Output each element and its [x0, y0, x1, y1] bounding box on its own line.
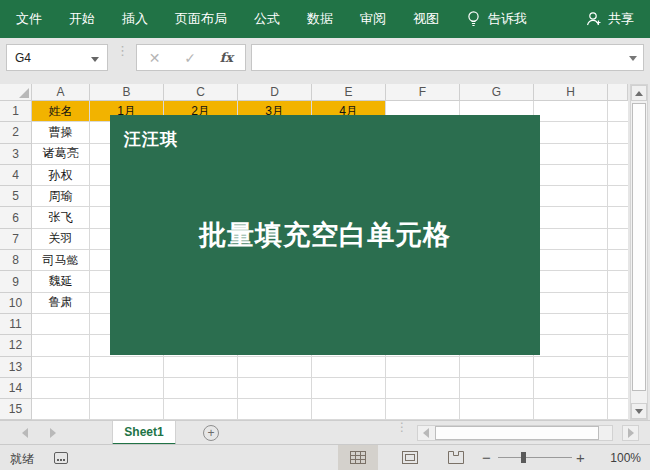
menu-home[interactable]: 开始: [69, 10, 95, 28]
cell-H8[interactable]: [534, 250, 608, 271]
cell-H12[interactable]: [534, 335, 608, 356]
column-header-C[interactable]: C: [164, 84, 238, 101]
cell-A5[interactable]: 周瑜: [32, 186, 90, 207]
menu-page-layout[interactable]: 页面布局: [175, 10, 227, 28]
column-header-D[interactable]: D: [238, 84, 312, 101]
next-sheet-icon[interactable]: [50, 428, 56, 438]
select-all-corner[interactable]: [0, 84, 32, 101]
column-header-A[interactable]: A: [32, 84, 90, 101]
cell-extra-15[interactable]: [608, 399, 628, 420]
cell-G14[interactable]: [460, 378, 534, 399]
cell-A9[interactable]: 魏延: [32, 271, 90, 292]
cell-extra-5[interactable]: [608, 186, 628, 207]
tutorial-overlay-card[interactable]: 汪汪琪 批量填充空白单元格: [110, 115, 540, 355]
row-header-2[interactable]: 2: [0, 122, 32, 143]
scroll-left-button[interactable]: [418, 426, 433, 440]
cell-A13[interactable]: [32, 357, 90, 378]
formula-input[interactable]: [251, 44, 644, 71]
row-header-12[interactable]: 12: [0, 335, 32, 356]
menu-review[interactable]: 审阅: [360, 10, 386, 28]
cell-A2[interactable]: 曹操: [32, 122, 90, 143]
menu-data[interactable]: 数据: [307, 10, 333, 28]
zoom-slider-track[interactable]: [498, 457, 572, 458]
cell-A15[interactable]: [32, 399, 90, 420]
column-header-H[interactable]: H: [534, 84, 608, 101]
cell-E15[interactable]: [312, 399, 386, 420]
cell-extra-7[interactable]: [608, 229, 628, 250]
zoom-slider-handle[interactable]: [521, 452, 526, 463]
row-header-15[interactable]: 15: [0, 399, 32, 420]
tell-me-group[interactable]: 告诉我: [466, 10, 527, 28]
cell-extra-14[interactable]: [608, 378, 628, 399]
scroll-up-button[interactable]: [631, 85, 647, 101]
cell-A3[interactable]: 诸葛亮: [32, 144, 90, 165]
cell-F15[interactable]: [386, 399, 460, 420]
cell-A10[interactable]: 鲁肃: [32, 293, 90, 314]
cell-D15[interactable]: [238, 399, 312, 420]
row-header-10[interactable]: 10: [0, 293, 32, 314]
insert-function-icon[interactable]: fx: [220, 50, 233, 65]
row-header-6[interactable]: 6: [0, 207, 32, 228]
scroll-right-button[interactable]: [622, 425, 639, 441]
cell-E14[interactable]: [312, 378, 386, 399]
cell-H6[interactable]: [534, 207, 608, 228]
row-header-9[interactable]: 9: [0, 271, 32, 292]
cell-H1[interactable]: [534, 101, 608, 122]
column-header-E[interactable]: E: [312, 84, 386, 101]
cell-H13[interactable]: [534, 357, 608, 378]
menu-formulas[interactable]: 公式: [254, 10, 280, 28]
cell-A12[interactable]: [32, 335, 90, 356]
zoom-out-button[interactable]: −: [482, 449, 491, 466]
cell-extra-10[interactable]: [608, 293, 628, 314]
cell-E13[interactable]: [312, 357, 386, 378]
row-header-1[interactable]: 1: [0, 101, 32, 122]
cell-F13[interactable]: [386, 357, 460, 378]
confirm-icon[interactable]: ✓: [184, 50, 196, 66]
row-header-11[interactable]: 11: [0, 314, 32, 335]
cell-A8[interactable]: 司马懿: [32, 250, 90, 271]
macro-record-icon[interactable]: [54, 452, 68, 464]
menu-file[interactable]: 文件: [16, 10, 42, 28]
cell-A14[interactable]: [32, 378, 90, 399]
cell-H14[interactable]: [534, 378, 608, 399]
add-sheet-button[interactable]: +: [203, 425, 219, 441]
name-box-dropdown-icon[interactable]: [91, 57, 99, 62]
cell-A6[interactable]: 张飞: [32, 207, 90, 228]
cell-H4[interactable]: [534, 165, 608, 186]
cell-C13[interactable]: [164, 357, 238, 378]
cell-B15[interactable]: [90, 399, 164, 420]
cell-extra-1[interactable]: [608, 101, 628, 122]
row-header-13[interactable]: 13: [0, 357, 32, 378]
menu-view[interactable]: 视图: [413, 10, 439, 28]
cell-A1[interactable]: 姓名: [32, 101, 90, 122]
horizontal-scrollbar[interactable]: [417, 425, 613, 441]
row-header-4[interactable]: 4: [0, 165, 32, 186]
name-box[interactable]: G4: [6, 44, 108, 71]
column-header-F[interactable]: F: [386, 84, 460, 101]
cell-extra-9[interactable]: [608, 271, 628, 292]
vertical-scrollbar[interactable]: [630, 84, 648, 420]
page-layout-view-button[interactable]: [390, 445, 430, 470]
cell-H11[interactable]: [534, 314, 608, 335]
cell-H2[interactable]: [534, 122, 608, 143]
page-break-preview-button[interactable]: [436, 445, 476, 470]
tab-sheet1[interactable]: Sheet1: [112, 421, 176, 445]
cell-extra-11[interactable]: [608, 314, 628, 335]
cell-D13[interactable]: [238, 357, 312, 378]
cell-extra-12[interactable]: [608, 335, 628, 356]
cell-B14[interactable]: [90, 378, 164, 399]
cell-F14[interactable]: [386, 378, 460, 399]
zoom-level[interactable]: 100%: [610, 451, 641, 465]
cell-H7[interactable]: [534, 229, 608, 250]
cell-C14[interactable]: [164, 378, 238, 399]
expand-formula-bar-icon[interactable]: [629, 56, 637, 61]
cell-A4[interactable]: 孙权: [32, 165, 90, 186]
column-header-B[interactable]: B: [90, 84, 164, 101]
cell-extra-2[interactable]: [608, 122, 628, 143]
cell-extra-3[interactable]: [608, 144, 628, 165]
cancel-icon[interactable]: ✕: [149, 50, 161, 66]
cell-G15[interactable]: [460, 399, 534, 420]
row-header-7[interactable]: 7: [0, 229, 32, 250]
cell-extra-8[interactable]: [608, 250, 628, 271]
cell-H15[interactable]: [534, 399, 608, 420]
